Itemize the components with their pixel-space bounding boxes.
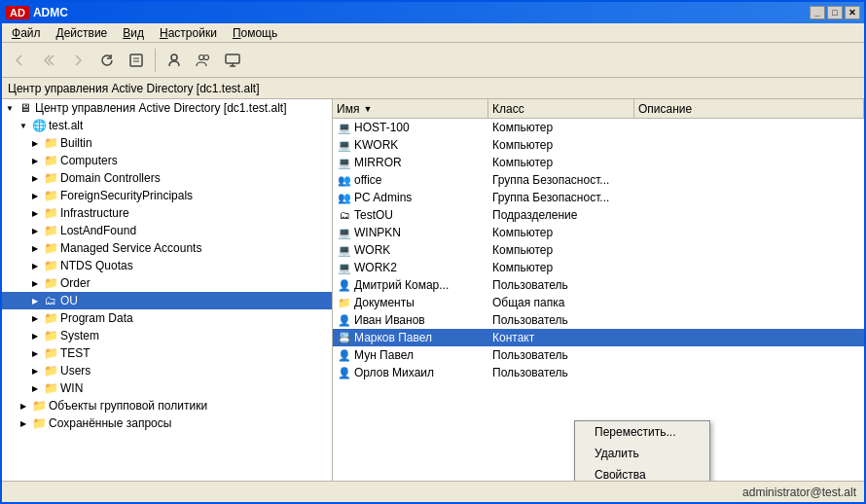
title-controls: _ □ ✕ bbox=[810, 6, 860, 19]
toolbar-properties-button[interactable] bbox=[123, 47, 150, 74]
row-class: Компьютер bbox=[488, 138, 634, 152]
menu-action[interactable]: Действие bbox=[49, 24, 116, 42]
list-row[interactable]: 🗂TestOUПодразделение bbox=[333, 206, 864, 224]
list-row[interactable]: 💻WORK2Компьютер bbox=[333, 259, 864, 276]
tree-msa[interactable]: 📁 Managed Service Accounts bbox=[2, 239, 332, 257]
tree-lostandfound[interactable]: 📁 LostAndFound bbox=[2, 222, 332, 239]
tree-pd-label: Program Data bbox=[60, 311, 133, 325]
tree-savedqueries[interactable]: 📁 Сохранённые запросы bbox=[2, 414, 332, 432]
menu-bar: Файл Действие Вид Настройки Помощь bbox=[2, 23, 864, 43]
ctx-properties[interactable]: Свойства bbox=[575, 464, 709, 481]
col-header-class[interactable]: Класс bbox=[488, 99, 634, 118]
toolbar-refresh-button[interactable] bbox=[93, 47, 121, 74]
maximize-button[interactable]: □ bbox=[827, 6, 843, 19]
gpo-icon: 📁 bbox=[31, 398, 47, 414]
list-row[interactable]: 📇Марков ПавелКонтакт bbox=[333, 329, 864, 346]
tree-win[interactable]: 📁 WIN bbox=[2, 379, 332, 397]
tree-infrastructure[interactable]: 📁 Infrastructure bbox=[2, 204, 332, 222]
row-name: PC Admins bbox=[354, 191, 412, 204]
menu-settings[interactable]: Настройки bbox=[152, 24, 225, 42]
tree-test-label: TEST bbox=[60, 346, 90, 360]
ou-icon: 🗂 bbox=[43, 293, 58, 308]
tree-builtin[interactable]: 📁 Builtin bbox=[2, 134, 332, 152]
toolbar-back2-button[interactable] bbox=[35, 47, 62, 74]
tree-programdata[interactable]: 📁 Program Data bbox=[2, 309, 332, 327]
tree-test-arrow bbox=[29, 347, 41, 359]
tree-computers[interactable]: 📁 Computers bbox=[2, 152, 332, 169]
tree-system[interactable]: 📁 System bbox=[2, 327, 332, 344]
menu-view[interactable]: Вид bbox=[115, 24, 152, 42]
sys-icon: 📁 bbox=[43, 328, 58, 343]
row-name: MIRROR bbox=[354, 156, 402, 169]
col-desc-label: Описание bbox=[638, 102, 692, 116]
list-row[interactable]: 👥officeГруппа Безопасност... bbox=[333, 171, 864, 189]
minimize-button[interactable]: _ bbox=[810, 6, 825, 19]
list-panel: Имя ▼ Класс Описание 💻HOST-100Компьютер💻… bbox=[333, 99, 864, 481]
root-icon: 🖥 bbox=[18, 100, 33, 116]
tree-order-arrow bbox=[29, 277, 41, 289]
tree-builtin-arrow bbox=[29, 137, 41, 149]
tree-laf-label: LostAndFound bbox=[60, 224, 136, 237]
list-row[interactable]: 👤Орлов МихаилПользователь bbox=[333, 364, 864, 381]
sq-icon: 📁 bbox=[31, 415, 47, 431]
tree-ou[interactable]: 🗂 OU bbox=[2, 292, 332, 309]
row-icon: 👤 bbox=[337, 277, 352, 293]
list-row[interactable]: 👤Дмитрий Комар...Пользователь bbox=[333, 276, 864, 294]
tree-sys-label: System bbox=[60, 329, 99, 342]
list-row[interactable]: 👤Мун ПавелПользователь bbox=[333, 346, 864, 364]
tree-fsp[interactable]: 📁 ForeignSecurityPrincipals bbox=[2, 187, 332, 204]
row-icon: 💻 bbox=[337, 260, 352, 275]
menu-file[interactable]: Файл bbox=[4, 24, 49, 42]
tree-ntds-arrow bbox=[29, 260, 41, 271]
tree-order[interactable]: 📁 Order bbox=[2, 274, 332, 292]
toolbar-new-computer-button[interactable] bbox=[219, 47, 246, 74]
close-button[interactable]: ✕ bbox=[845, 6, 860, 19]
toolbar-back-button[interactable] bbox=[6, 47, 33, 74]
toolbar-new-user-button[interactable] bbox=[161, 47, 188, 74]
list-row[interactable]: 💻HOST-100Компьютер bbox=[333, 119, 864, 136]
tree-sys-arrow bbox=[29, 330, 41, 342]
ctx-delete[interactable]: Удалить bbox=[575, 443, 709, 464]
tree-domain-controllers[interactable]: 📁 Domain Controllers bbox=[2, 169, 332, 187]
tree-fsp-label: ForeignSecurityPrincipals bbox=[60, 189, 193, 202]
list-row[interactable]: 💻WORKКомпьютер bbox=[333, 241, 864, 259]
col-header-name[interactable]: Имя ▼ bbox=[333, 99, 488, 118]
tree-domain-label: test.alt bbox=[49, 119, 83, 132]
svg-rect-6 bbox=[226, 54, 239, 63]
list-row[interactable]: 👥PC AdminsГруппа Безопасност... bbox=[333, 189, 864, 206]
menu-help[interactable]: Помощь bbox=[225, 24, 285, 42]
tree-domain[interactable]: 🌐 test.alt bbox=[2, 117, 332, 134]
row-class: Пользователь bbox=[488, 278, 634, 292]
status-bar: administrator@test.alt bbox=[2, 481, 864, 502]
list-row[interactable]: 💻WINPKNКомпьютер bbox=[333, 224, 864, 241]
list-row[interactable]: 💻MIRRORКомпьютер bbox=[333, 154, 864, 171]
tree-computers-arrow bbox=[29, 155, 41, 166]
tree-ntds[interactable]: 📁 NTDS Quotas bbox=[2, 257, 332, 274]
row-class: Общая папка bbox=[488, 296, 634, 309]
row-class: Группа Безопасност... bbox=[488, 191, 634, 204]
ctx-move[interactable]: Переместить... bbox=[575, 421, 709, 443]
toolbar-new-group-button[interactable] bbox=[190, 47, 217, 74]
row-icon: 📇 bbox=[337, 330, 352, 345]
row-name: WORK2 bbox=[354, 261, 397, 274]
tree-test[interactable]: 📁 TEST bbox=[2, 344, 332, 362]
col-header-desc[interactable]: Описание bbox=[634, 99, 864, 118]
list-row[interactable]: 📁ДокументыОбщая папка bbox=[333, 294, 864, 311]
toolbar-separator bbox=[155, 49, 156, 72]
list-row[interactable]: 👤Иван ИвановПользователь bbox=[333, 311, 864, 329]
builtin-icon: 📁 bbox=[43, 135, 58, 151]
row-name: Орлов Михаил bbox=[354, 366, 434, 379]
tree-dc-label: Domain Controllers bbox=[60, 171, 161, 185]
tree-users[interactable]: 📁 Users bbox=[2, 362, 332, 379]
tree-ntds-label: NTDS Quotas bbox=[60, 259, 133, 272]
row-icon: 🗂 bbox=[337, 207, 352, 223]
toolbar-forward-button[interactable] bbox=[64, 47, 91, 74]
title-bar: AD ADMC _ □ ✕ bbox=[2, 2, 864, 23]
tree-root[interactable]: 🖥 Центр управления Active Directory [dc1… bbox=[2, 99, 332, 117]
test-icon: 📁 bbox=[43, 345, 58, 361]
tree-gpo[interactable]: 📁 Объекты групповой политики bbox=[2, 397, 332, 414]
row-icon: 📁 bbox=[337, 295, 352, 310]
laf-icon: 📁 bbox=[43, 223, 58, 238]
list-row[interactable]: 💻KWORKКомпьютер bbox=[333, 136, 864, 154]
row-icon: 💻 bbox=[337, 225, 352, 240]
